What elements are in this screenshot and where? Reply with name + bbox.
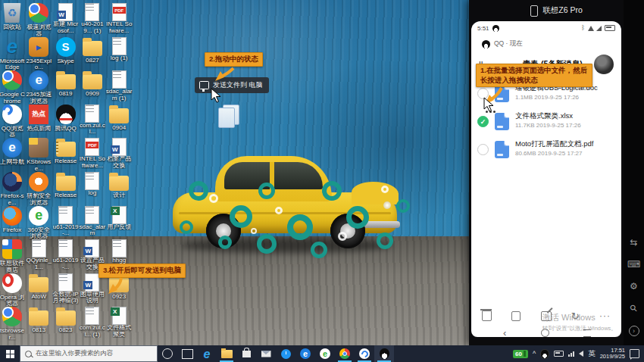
rotate-icon[interactable]: ⇆ [630, 238, 637, 247]
desktop-icon-blue-e[interactable]: 2345加速浏览器 [25, 70, 52, 105]
back-icon[interactable]: ‹ [503, 327, 506, 337]
file-row[interactable]: Moto打孔屏适配文档.pdf80.6MB 2019-9-25 17:27 [477, 139, 617, 165]
tray-qq-icon[interactable] [540, 349, 549, 359]
desktop-icon-leopard[interactable]: 猎豹安全浏览器 [25, 172, 52, 206]
taskbar-app-browser-360[interactable]: e [315, 345, 335, 362]
rename-icon[interactable] [541, 311, 552, 321]
taskbar-app-edge[interactable]: e [197, 345, 217, 362]
desktop-icon-hot[interactable]: 热点新闻 [25, 105, 52, 133]
chrome-icon [29, 3, 48, 23]
checkbox-checked-icon[interactable]: ✓ [477, 116, 489, 127]
checkbox-unchecked-icon[interactable] [477, 144, 489, 155]
desktop-icon-green-e[interactable]: 360安全浏览器 [25, 206, 52, 240]
task-view-icon [182, 349, 193, 359]
desktop-icon-firefox[interactable]: Firefox [0, 206, 26, 234]
taskbar-app-task-view[interactable] [177, 345, 197, 362]
desktop-icon-blue-e[interactable]: 上网导航 [0, 138, 26, 166]
desktop-icon-pdf[interactable]: INTEL Sofware... [105, 3, 133, 34]
desktop-icon-text[interactable]: com.zui.cl... (1) [79, 307, 106, 338]
desktop-icon-app2345[interactable]: 2345Explo... [25, 37, 52, 71]
desktop-icon-folder[interactable]: 0823 [52, 307, 80, 334]
desktop-icon-word[interactable]: 图章使用说明 [79, 273, 106, 304]
taskbar-search-box[interactable]: 在这里输入你要搜索的内容 [20, 345, 158, 362]
desktop-icon-text[interactable]: u40-2019... (1) [79, 3, 106, 34]
desktop-icon-word[interactable]: 新建 Microsof... [52, 3, 80, 34]
desktop-icon-text[interactable]: log [79, 172, 106, 197]
start-button[interactable] [0, 345, 20, 362]
tray-battery-icon[interactable] [554, 351, 564, 357]
copy-icon[interactable] [511, 311, 521, 321]
desktop-icon-store4[interactable]: 联想软件商店 [0, 239, 26, 273]
text-icon [58, 206, 73, 224]
qq-icon [380, 348, 389, 359]
desktop-icon-pdf[interactable]: INTEL Software... [79, 138, 106, 169]
keyboard-icon[interactable]: ⌨ [627, 260, 640, 269]
desktop-icon-text[interactable]: u61-2019-... [52, 206, 80, 237]
desktop-icon-folder[interactable]: 0813 [25, 307, 52, 334]
desktop-icon-folder[interactable]: 0909 [79, 70, 106, 98]
tray-network-icon[interactable] [568, 351, 574, 357]
recents-icon[interactable] [583, 329, 591, 337]
settings-gear-icon[interactable]: ⚙ [630, 282, 638, 291]
home-icon[interactable] [541, 329, 549, 337]
forward-icon[interactable]: ↻ [571, 311, 580, 321]
desktop-icon-text[interactable]: u61-2019-... [52, 239, 80, 270]
taskbar-app-file-explorer[interactable] [217, 345, 236, 362]
desktop-icon-qq[interactable]: 腾讯QQ [52, 105, 80, 133]
hidden-icons-chevron[interactable]: ^ [533, 350, 536, 357]
desktop-icon-folder-zip[interactable]: Release [52, 138, 80, 165]
desktop-icon-edge[interactable]: Microsoft Edge [0, 37, 26, 71]
desktop-icon-excel[interactable]: 用户反馈 [105, 206, 133, 231]
desktop-icon-swirl[interactable]: QQ浏览器 [0, 105, 26, 139]
desktop-icon-word[interactable]: 档案产品交换 [105, 138, 133, 169]
action-center-icon[interactable] [630, 349, 639, 358]
taskbar-app-qq[interactable] [374, 345, 394, 362]
desktop-icon-folder[interactable]: Release [52, 172, 80, 199]
desktop-icon-excel[interactable]: 文件格式聚类 [105, 307, 133, 338]
desktop-icon-text[interactable]: log (1) [105, 37, 133, 62]
file-icon [495, 113, 509, 130]
taskbar-app-cortana[interactable] [158, 345, 177, 362]
tray-volume-icon[interactable] [579, 351, 583, 357]
desktop-icon-folder[interactable]: 设计 [105, 172, 133, 199]
file-row[interactable]: ✓文件格式聚类.xlsx11.7KB 2019-9-25 17:26 [477, 111, 617, 137]
taskbar-app-mail[interactable] [256, 345, 276, 362]
taskbar-app-app-2345[interactable] [276, 345, 295, 362]
desktop-icon-text[interactable]: com.zui.cl... [79, 105, 106, 136]
desktop-icon-chrome[interactable]: Google Chrome [0, 70, 26, 105]
expand-icon[interactable]: › [629, 326, 639, 336]
desktop-icon-skype[interactable]: Skype [52, 37, 80, 65]
taskbar-app-qq-browser[interactable] [355, 345, 374, 362]
ime-indicator[interactable]: 英 [588, 349, 596, 359]
desktop-icon-opera[interactable]: Opera 浏览器 [0, 273, 26, 307]
desktop-icon-label: Firefox [0, 227, 26, 234]
taskbar-app-chrome[interactable] [335, 345, 355, 362]
pin-icon[interactable]: ⚲ [628, 303, 639, 314]
desktop-icon-recycle[interactable]: 回收站 [0, 3, 26, 31]
phone-window-titlebar[interactable]: 联想Z6 Pro [469, 0, 644, 21]
text-icon [32, 239, 46, 257]
taskbar-app-store[interactable] [236, 345, 256, 362]
desktop-icon-text[interactable]: sdac_alarm [79, 206, 106, 237]
desktop-icon-text[interactable]: hhgg [105, 239, 133, 264]
delete-icon[interactable] [482, 311, 492, 321]
taskbar-clock[interactable]: 17:51 2019/9/25 [600, 348, 625, 360]
desktop-icon-brown[interactable]: KSbrowse... [25, 138, 52, 172]
desktop-icon-firefox-dark[interactable]: Firefox-se... [0, 172, 26, 206]
desktop-icon-folder[interactable]: 0904 [105, 105, 133, 132]
blue-e-icon [29, 70, 48, 90]
desktop-icon-label: AtoW [25, 294, 52, 301]
avatar[interactable] [594, 55, 614, 74]
desktop-icon-folder[interactable]: 0819 [52, 70, 80, 98]
desktop-icon-folder[interactable]: 0827 [79, 37, 106, 64]
desktop-icon-chrome[interactable]: tsbrowser... [0, 307, 26, 341]
desktop-icon-chrome[interactable]: 极速浏览器 [25, 3, 52, 37]
desktop-icon-text[interactable]: QQyinle_1... [25, 239, 52, 270]
desktop-icon-text[interactable]: 金数据-IP月神输(3)(... [52, 273, 80, 305]
battery-widget[interactable]: 60 [513, 350, 528, 358]
desktop-icon-folder[interactable]: AtoW [25, 273, 52, 301]
taskbar-app-browser-2345[interactable]: e [295, 345, 315, 362]
desktop-icon-text[interactable]: sdac_alarm (1) [105, 70, 133, 101]
more-icon[interactable]: ··· [599, 311, 611, 321]
cortana-icon [162, 348, 173, 359]
